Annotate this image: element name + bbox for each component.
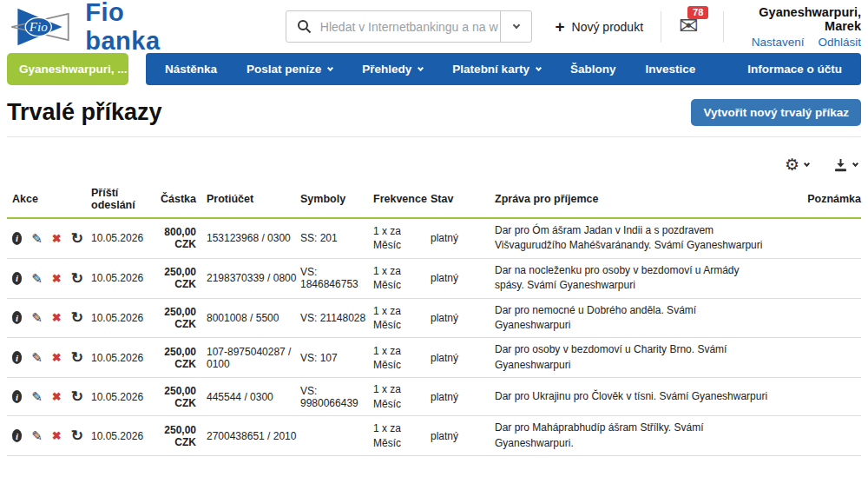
row-frequency: 1 x za Měsíc: [370, 421, 427, 449]
row-amount: 800,00 CZK: [141, 226, 196, 250]
search-input[interactable]: [319, 19, 501, 35]
table-header-row: Akce Příští odeslání Částka Protiúčet Sy…: [7, 183, 861, 219]
user-box: Gyaneshwarpuri, Marek Nastavení Odhlásit: [752, 5, 861, 49]
refresh-icon[interactable]: ↻: [71, 231, 83, 246]
row-actions: i ✎ ✖ ↻: [7, 428, 83, 443]
delete-icon[interactable]: ✖: [52, 273, 62, 284]
fio-logo-icon: Fio: [7, 4, 71, 50]
col-header-protiucet: Protiúčet: [196, 193, 297, 205]
row-message: Dar pro nemocné u Dobrého anděla. Svámí …: [491, 303, 781, 334]
delete-icon[interactable]: ✖: [52, 391, 62, 402]
info-icon[interactable]: i: [12, 390, 22, 403]
refresh-icon[interactable]: ↻: [71, 350, 83, 365]
refresh-icon[interactable]: ↻: [71, 310, 83, 325]
table-row: i ✎ ✖ ↻ 10.05.2026 250,00 CZK 8001008 / …: [7, 299, 861, 339]
row-status: platný: [427, 352, 491, 364]
nav-item-poslat-penize[interactable]: Poslat peníze: [247, 63, 332, 76]
row-symbols: VS: 107: [297, 352, 370, 364]
delete-icon[interactable]: ✖: [52, 430, 62, 441]
row-message: Dar na nocleženku pro osoby v bezdomoví …: [491, 263, 781, 294]
edit-icon[interactable]: ✎: [31, 232, 43, 245]
row-actions: i ✎ ✖ ↻: [7, 350, 83, 365]
edit-icon[interactable]: ✎: [31, 390, 43, 403]
row-next-date: 10.05.2026: [83, 272, 141, 284]
nav-item-platebni-karty[interactable]: Platební karty: [452, 63, 541, 76]
refresh-icon[interactable]: ↻: [71, 428, 83, 443]
row-next-date: 10.05.2026: [83, 430, 141, 442]
search-icon[interactable]: [297, 19, 312, 34]
row-status: platný: [427, 272, 491, 284]
col-header-poznamka: Poznámka: [781, 193, 861, 205]
row-actions: i ✎ ✖ ↻: [7, 231, 83, 246]
row-actions: i ✎ ✖ ↻: [7, 389, 83, 404]
create-standing-order-button[interactable]: Vytvořit nový trvalý příkaz: [691, 99, 861, 126]
chevron-down-icon: [804, 160, 810, 166]
info-icon[interactable]: i: [12, 232, 22, 245]
export-button[interactable]: [833, 156, 858, 173]
table-row: i ✎ ✖ ↻ 10.05.2026 250,00 CZK 2700438651…: [7, 416, 861, 456]
info-icon[interactable]: i: [12, 272, 22, 285]
standing-orders-table: Akce Příští odeslání Částka Protiúčet Sy…: [7, 183, 861, 456]
chevron-down-icon: [536, 64, 542, 70]
row-amount: 250,00 CZK: [141, 266, 196, 290]
row-frequency: 1 x za Měsíc: [370, 382, 427, 410]
delete-icon[interactable]: ✖: [52, 312, 62, 323]
nav-item-prehledy[interactable]: Přehledy: [362, 63, 423, 76]
chevron-down-icon: [418, 64, 424, 70]
col-header-frekvence: Frekvence: [370, 192, 427, 207]
logo-text: Fio: [29, 20, 48, 34]
refresh-icon[interactable]: ↻: [71, 271, 83, 286]
table-row: i ✎ ✖ ↻ 10.05.2026 250,00 CZK 107-897504…: [7, 338, 861, 378]
edit-icon[interactable]: ✎: [31, 311, 43, 324]
new-product-button[interactable]: + Nový produkt: [555, 18, 643, 35]
row-counter-account: 153123968 / 0300: [196, 232, 297, 244]
nav-item-nastenka[interactable]: Nástěnka: [165, 63, 217, 76]
table-settings-button[interactable]: ⚙: [785, 156, 809, 173]
row-counter-account: 2198370339 / 0800: [196, 272, 297, 284]
row-next-date: 10.05.2026: [83, 352, 141, 364]
logout-link[interactable]: Odhlásit: [818, 36, 861, 49]
row-next-date: 10.05.2026: [83, 312, 141, 324]
settings-link[interactable]: Nastavení: [752, 36, 805, 49]
row-message: Dar pro Ukrajinu pro Člověk v tísni. Svá…: [491, 389, 781, 404]
info-icon[interactable]: i: [12, 311, 22, 324]
row-frequency: 1 x za Měsíc: [370, 344, 427, 372]
brand-name: Fio banka: [85, 0, 195, 56]
plus-icon: +: [555, 18, 564, 35]
refresh-icon[interactable]: ↻: [71, 389, 83, 404]
row-symbols: VS: 1846846753: [297, 266, 370, 290]
edit-icon[interactable]: ✎: [31, 351, 43, 364]
user-name: Gyaneshwarpuri, Marek: [752, 5, 861, 33]
delete-icon[interactable]: ✖: [52, 352, 62, 363]
row-amount: 250,00 CZK: [141, 306, 196, 330]
nav-item-investice[interactable]: Investice: [645, 63, 695, 76]
row-amount: 250,00 CZK: [141, 385, 196, 409]
fio-logo[interactable]: Fio Fio banka: [7, 0, 195, 56]
separator: [661, 11, 661, 43]
row-counter-account: 445544 / 0300: [196, 391, 297, 403]
chevron-down-icon: [327, 64, 333, 70]
row-frequency: 1 x za Měsíc: [370, 304, 427, 332]
delete-icon[interactable]: ✖: [52, 233, 62, 244]
download-icon: [833, 158, 848, 172]
row-status: platný: [427, 232, 491, 244]
mail-button[interactable]: ✉ 78: [679, 15, 699, 38]
row-counter-account: 8001008 / 5500: [196, 312, 297, 324]
nav-item-sablony[interactable]: Šablony: [570, 63, 616, 76]
divider: [7, 136, 861, 137]
table-body: i ✎ ✖ ↻ 10.05.2026 800,00 CZK 153123968 …: [7, 219, 861, 456]
edit-icon[interactable]: ✎: [31, 429, 43, 442]
info-icon[interactable]: i: [12, 351, 22, 364]
col-header-akce: Akce: [7, 193, 83, 205]
row-status: platný: [427, 391, 491, 403]
edit-icon[interactable]: ✎: [31, 272, 43, 285]
search-scope-dropdown[interactable]: [500, 11, 531, 42]
row-symbols: VS: 21148028: [297, 312, 370, 324]
account-switcher-button[interactable]: Gyaneshwarpuri, ...: [7, 53, 128, 85]
row-status: platný: [427, 430, 491, 442]
top-header: Fio Fio banka + Nový produkt ✉ 78 Gyanes…: [0, 0, 868, 53]
row-counter-account: 107-8975040287 / 0100: [196, 346, 297, 370]
info-icon[interactable]: i: [12, 429, 22, 442]
separator: [723, 11, 724, 43]
nav-item-informace-o-uctu[interactable]: Informace o účtu: [747, 63, 842, 76]
